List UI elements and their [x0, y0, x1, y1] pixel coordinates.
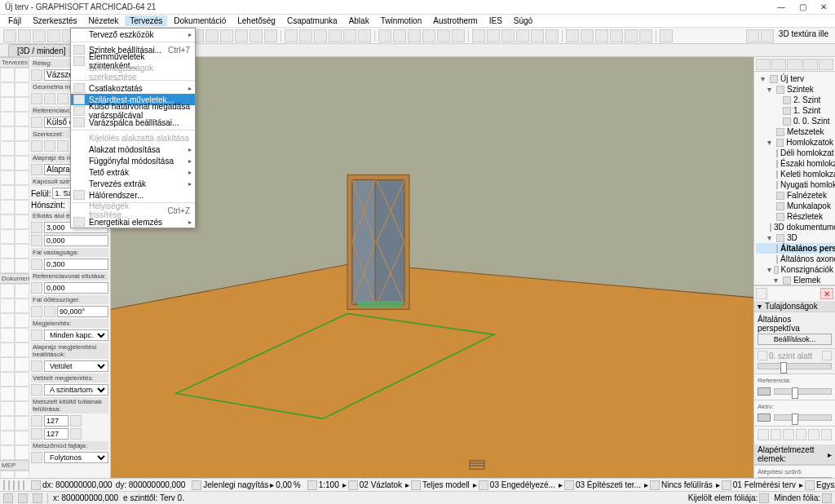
- tool-button[interactable]: [15, 244, 29, 259]
- trace-btn-1[interactable]: [758, 429, 769, 440]
- pen-2-input[interactable]: [44, 428, 68, 440]
- menu-nézetek[interactable]: Nézetek: [84, 15, 124, 26]
- tool-button[interactable]: [15, 284, 29, 298]
- tool-button[interactable]: [15, 156, 29, 170]
- tool-button[interactable]: [15, 431, 29, 445]
- tool-button[interactable]: [15, 387, 29, 401]
- model-icon[interactable]: [411, 480, 421, 490]
- menu-item[interactable]: Alakzat módosítása: [71, 144, 195, 155]
- tool-button[interactable]: [0, 141, 15, 156]
- slant-input[interactable]: [57, 306, 108, 317]
- status-icon[interactable]: [18, 493, 28, 503]
- nav-tab-5[interactable]: [819, 59, 833, 70]
- trace-btn-6[interactable]: [821, 429, 833, 440]
- menu-item[interactable]: Energetikai elemzés: [71, 216, 195, 228]
- toolbar-button[interactable]: [343, 29, 356, 42]
- menu-tervezés[interactable]: Tervezés: [125, 15, 167, 26]
- toolbar-button[interactable]: [422, 29, 435, 42]
- tool-button[interactable]: [15, 200, 29, 214]
- menu-item[interactable]: Hálórendszer...: [71, 189, 195, 201]
- toolbar-button[interactable]: [285, 29, 298, 42]
- trace-btn-5[interactable]: [808, 429, 820, 440]
- display-select[interactable]: Minden kapc...dó szinten: [44, 329, 108, 341]
- 3d-filter-icon[interactable]: [746, 29, 759, 42]
- toolbar-button[interactable]: [314, 29, 327, 42]
- toolbar-button[interactable]: [595, 29, 608, 42]
- tool-button[interactable]: [15, 97, 29, 112]
- trace-btn-3[interactable]: [783, 429, 794, 440]
- geom-icon-2[interactable]: [44, 93, 55, 104]
- menu-dokumentáció[interactable]: Dokumentáció: [169, 15, 231, 26]
- struct-icon-2[interactable]: [44, 140, 55, 152]
- pen-icon-2[interactable]: [31, 428, 42, 440]
- menu-lehetőség[interactable]: Lehetőség: [232, 15, 281, 26]
- layer-status-icon[interactable]: [759, 493, 769, 503]
- tool-button[interactable]: [15, 82, 29, 97]
- all-layers-icon[interactable]: [822, 493, 832, 503]
- toolbar-button[interactable]: [18, 29, 31, 42]
- tool-button[interactable]: [0, 170, 15, 185]
- tool-button[interactable]: [15, 112, 29, 126]
- opt-icon[interactable]: [13, 480, 15, 490]
- menu-item[interactable]: Tervező eszközök: [71, 29, 195, 40]
- offset-bot-input[interactable]: [44, 235, 108, 246]
- toolbar-button[interactable]: [501, 29, 515, 42]
- tool-button[interactable]: [0, 126, 15, 141]
- tool-button[interactable]: [0, 445, 15, 460]
- tool-button[interactable]: [15, 416, 29, 431]
- toolbar-button[interactable]: [487, 29, 500, 42]
- tool-button[interactable]: [15, 343, 29, 357]
- trace-btn-2[interactable]: [771, 429, 782, 440]
- tool-button[interactable]: [0, 328, 15, 343]
- tool-button[interactable]: [0, 284, 15, 298]
- tool-button[interactable]: [0, 259, 15, 273]
- toolbar-button[interactable]: [581, 29, 594, 42]
- tool-button[interactable]: [15, 259, 29, 273]
- opt-icon[interactable]: [8, 480, 10, 490]
- tool-button[interactable]: [0, 387, 15, 401]
- trace-btn-4[interactable]: [796, 429, 807, 440]
- toolbar-button[interactable]: [3, 29, 16, 42]
- refoffset-input[interactable]: [44, 282, 108, 294]
- toolbar-button[interactable]: [531, 29, 544, 42]
- tool-button[interactable]: [15, 328, 29, 343]
- nav-tab-1[interactable]: [756, 59, 771, 70]
- menu-szerkesztés[interactable]: Szerkesztés: [28, 15, 82, 26]
- toolbar-button[interactable]: [378, 29, 391, 42]
- toolbar-button[interactable]: [250, 29, 263, 42]
- struct-icon-3[interactable]: [57, 140, 68, 152]
- tool-button[interactable]: [15, 214, 29, 229]
- toolbar-button[interactable]: [235, 29, 248, 42]
- pen-icon-1[interactable]: [31, 415, 42, 427]
- toolbar-button[interactable]: [358, 29, 371, 42]
- menu-item[interactable]: Csatlakoztatás: [71, 82, 195, 94]
- tool-button[interactable]: [0, 298, 15, 313]
- nav-tab-4[interactable]: [803, 59, 818, 70]
- reno-icon[interactable]: [722, 480, 731, 490]
- opt-icon[interactable]: [23, 480, 24, 490]
- tool-button[interactable]: [15, 229, 29, 244]
- toolbar-button[interactable]: [393, 29, 406, 42]
- status-icon[interactable]: [33, 493, 42, 503]
- geom-icon-3[interactable]: [57, 93, 68, 104]
- tool-button[interactable]: [15, 170, 29, 185]
- toolbar-button[interactable]: [625, 29, 638, 42]
- tool-button[interactable]: [0, 229, 15, 244]
- beallitasok-button[interactable]: Beállítások...: [758, 334, 832, 345]
- layers-icon[interactable]: [348, 480, 358, 490]
- tool-button[interactable]: [0, 200, 15, 214]
- tool-button[interactable]: [15, 298, 29, 313]
- geom-icon-1[interactable]: [31, 93, 42, 104]
- struct-icon-1[interactable]: [31, 140, 42, 152]
- menu-item[interactable]: Tervezés extrák: [71, 178, 195, 189]
- menu-ablak[interactable]: Ablak: [344, 15, 374, 26]
- toolbar-button[interactable]: [516, 29, 529, 42]
- toolbar-button[interactable]: [610, 29, 623, 42]
- menu-súgó[interactable]: Súgó: [509, 15, 537, 26]
- toolbar-button[interactable]: [205, 29, 219, 42]
- thickness-input[interactable]: [44, 259, 108, 270]
- toolbar-button[interactable]: [33, 29, 46, 42]
- opt-icon[interactable]: [18, 480, 20, 490]
- toolbar-button[interactable]: [452, 29, 465, 42]
- menu-austrotherm[interactable]: Austrotherm: [428, 15, 482, 26]
